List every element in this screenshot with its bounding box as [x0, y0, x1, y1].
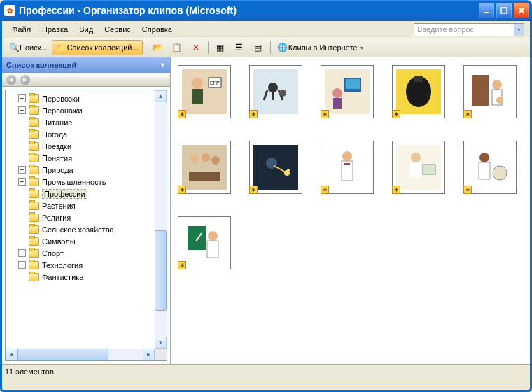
expand-icon[interactable]: +	[18, 178, 26, 186]
ask-dropdown-icon[interactable]: ▼	[514, 24, 524, 36]
clip-thumbnail[interactable]: ✶	[321, 141, 374, 194]
statusbar: 11 элементов	[2, 364, 530, 379]
expand-icon[interactable]: +	[18, 94, 26, 102]
tree-item[interactable]: +Промышленность	[6, 176, 155, 188]
clipart-image	[325, 69, 370, 114]
format-badge-icon: ✶	[321, 186, 329, 194]
clipart-image	[182, 220, 227, 265]
details-view-button[interactable]: ▤	[249, 40, 267, 55]
clip-thumbnail[interactable]: EFP✶	[178, 65, 231, 118]
clipart-image	[468, 145, 512, 190]
folder-icon	[29, 249, 39, 258]
tree-item[interactable]: +Перевозки	[6, 92, 155, 104]
tree-item[interactable]: Профессии	[6, 188, 155, 200]
expand-icon[interactable]: +	[18, 261, 26, 269]
tree-item-label: Фантастика	[42, 273, 83, 281]
menu-service[interactable]: Сервис	[99, 23, 136, 36]
tree-item[interactable]: Поездки	[6, 140, 155, 152]
clipboard-button[interactable]: 📋	[168, 40, 186, 55]
clip-thumbnail[interactable]: ✶	[178, 216, 231, 270]
scroll-thumb[interactable]	[18, 349, 108, 360]
expand-icon[interactable]: +	[18, 249, 26, 257]
svg-point-15	[332, 88, 342, 98]
collections-button[interactable]: 📁 Список коллекций...	[52, 40, 143, 55]
horizontal-scrollbar[interactable]: ◄ ►	[6, 349, 155, 360]
folder-icon	[29, 142, 39, 150]
toolbar: 🔍 Поиск... 📁 Список коллекций... 📂 📋 ✕ ▦…	[2, 38, 530, 57]
open-button[interactable]: 📂	[149, 40, 167, 55]
app-icon: ✿	[4, 5, 15, 16]
clip-thumbnail[interactable]: ✶	[463, 65, 517, 118]
svg-rect-9	[253, 69, 298, 114]
tree-item[interactable]: Понятия	[6, 152, 155, 164]
svg-point-28	[211, 156, 220, 164]
expand-icon[interactable]: +	[18, 106, 26, 114]
tree-item[interactable]: Питание	[6, 116, 155, 128]
collection-tree[interactable]: +Перевозки+ПерсонажиПитаниеПогодаПоездки…	[6, 90, 155, 349]
status-text: 11 элементов	[5, 368, 54, 376]
tree-item[interactable]: Религия	[6, 211, 155, 223]
tree-item[interactable]: Фантастика	[6, 271, 155, 283]
clipart-image	[253, 69, 298, 114]
clip-thumbnail[interactable]: ✶	[463, 141, 517, 194]
folder-icon	[29, 106, 39, 115]
tree-item[interactable]: Сельское хозяйство	[6, 223, 155, 235]
tree-item[interactable]: Символы	[6, 235, 155, 247]
tree-item-label: Религия	[42, 214, 71, 222]
svg-point-43	[479, 153, 489, 162]
svg-rect-0	[484, 12, 489, 13]
folder-icon	[29, 214, 39, 222]
clipart-image	[253, 145, 298, 190]
tree-item[interactable]: +Персонажи	[6, 104, 155, 116]
list-view-button[interactable]: ☰	[230, 40, 248, 55]
svg-rect-47	[188, 226, 206, 250]
menubar: Файл Правка Вид Сервис Справка Введите в…	[2, 21, 530, 38]
svg-rect-6	[192, 89, 203, 104]
clip-thumbnail[interactable]: ✶	[392, 141, 445, 194]
tree-item[interactable]: +Технология	[6, 259, 155, 271]
scroll-up-button[interactable]: ▲	[155, 90, 167, 102]
search-button[interactable]: 🔍 Поиск...	[5, 40, 51, 55]
ask-question-input[interactable]: Введите вопрос ▼	[414, 23, 524, 36]
format-badge-icon: ✶	[249, 186, 258, 194]
scroll-thumb[interactable]	[155, 230, 167, 311]
close-button[interactable]	[514, 3, 529, 18]
svg-rect-4	[182, 69, 227, 114]
clips-online-button[interactable]: 🌐 Клипы в Интернете ▼	[274, 40, 368, 55]
clip-thumbnail[interactable]: ✶	[321, 65, 374, 118]
clip-thumbnail[interactable]: ✶	[178, 141, 231, 194]
thumbnails-icon: ▦	[215, 42, 226, 53]
vertical-scrollbar[interactable]: ▲ ▼	[155, 90, 167, 349]
menu-help[interactable]: Справка	[136, 23, 178, 36]
tree-item[interactable]: Растения	[6, 200, 155, 211]
folder-icon	[29, 154, 39, 162]
scroll-right-button[interactable]: ►	[143, 349, 155, 360]
svg-rect-29	[189, 172, 220, 181]
tree-item-label: Погода	[42, 130, 67, 139]
tree-item[interactable]: +Природа	[6, 164, 155, 176]
svg-rect-1	[501, 8, 507, 13]
nav-row: ◄ ►	[2, 74, 170, 87]
menu-view[interactable]: Вид	[74, 23, 99, 36]
tree-item-label: Символы	[42, 237, 76, 246]
chevron-down-icon: ▼	[359, 46, 364, 50]
maximize-button[interactable]	[496, 3, 512, 18]
scroll-down-button[interactable]: ▼	[155, 337, 167, 349]
thumbnails-view-button[interactable]: ▦	[211, 40, 230, 55]
delete-button[interactable]: ✕	[187, 40, 205, 55]
clip-thumbnail[interactable]: ✶	[249, 65, 302, 118]
minimize-button[interactable]	[479, 3, 494, 18]
tree-item-label: Поездки	[42, 142, 71, 150]
menu-edit[interactable]: Правка	[36, 23, 74, 36]
tree-item[interactable]: +Спорт	[6, 247, 155, 259]
expand-icon[interactable]: +	[18, 166, 26, 174]
nav-forward-button[interactable]: ►	[20, 75, 30, 85]
tree-item[interactable]: Погода	[6, 128, 155, 140]
scroll-left-button[interactable]: ◄	[6, 349, 18, 360]
nav-back-button[interactable]: ◄	[6, 75, 16, 85]
pane-header[interactable]: Список коллекций ▼	[2, 57, 170, 74]
folder-icon	[29, 225, 39, 234]
clip-thumbnail[interactable]: ✶	[392, 65, 445, 118]
menu-file[interactable]: Файл	[6, 23, 36, 36]
clip-thumbnail[interactable]: ✶	[249, 141, 302, 194]
